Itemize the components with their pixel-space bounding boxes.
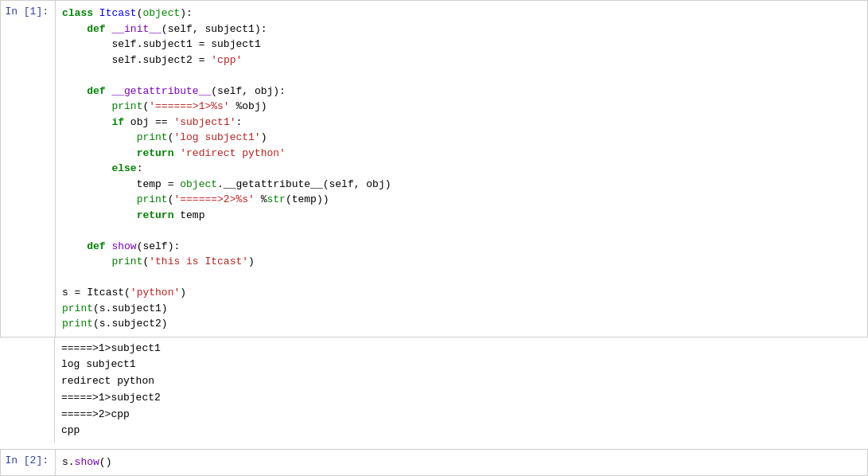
code-block-2: s.show() [62,455,861,470]
output-1: =====>1>subject1 log subject1 redirect p… [0,337,868,443]
cell-label-2: In [2]: [1,450,55,471]
cell-1[interactable]: In [1]: class Itcast(object): def __init… [0,0,868,337]
cell-2[interactable]: In [2]: s.show() [0,449,868,476]
cell-content-2[interactable]: s.show() [55,450,867,475]
cell-label-1: In [1]: [1,1,55,22]
output-content-1: =====>1>subject1 log subject1 redirect p… [54,337,868,443]
notebook: In [1]: class Itcast(object): def __init… [0,0,868,476]
code-block-1: class Itcast(object): def __init__(self,… [62,6,861,332]
output-label-1 [0,337,54,443]
cell-content-1[interactable]: class Itcast(object): def __init__(self,… [55,1,867,337]
